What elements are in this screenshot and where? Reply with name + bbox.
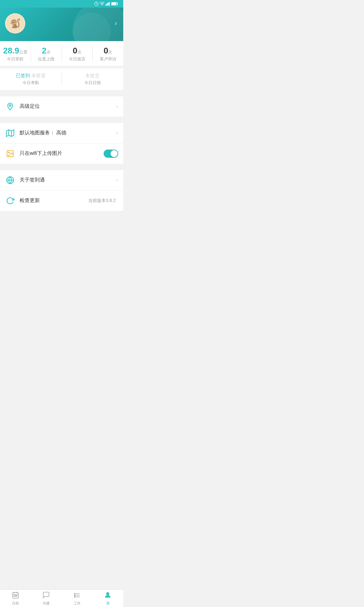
map-icon [5,128,15,138]
clock-icon [94,2,99,6]
svg-marker-10 [6,130,14,137]
header-banner[interactable]: 🐒 › [0,8,123,41]
menu-value-check-update: 当前版本3.8.2 [88,198,116,204]
menu-gap-2 [0,164,123,167]
status-right [93,2,119,6]
attendance-section: 已签到 未签退今日考勤未提交今日日报 [0,68,123,90]
avatar: 🐒 [5,13,25,34]
wifi-icon [100,2,104,6]
menu-text-about: 关于签到通 [20,177,116,183]
globe-icon [5,175,15,185]
stat-item-1: 2次位置上报 [31,46,62,62]
toggle-wifi-upload[interactable] [104,150,118,158]
battery-icon [111,2,118,6]
menu-item-about[interactable]: 关于签到通› [0,170,123,191]
svg-rect-8 [112,3,116,5]
svg-rect-2 [106,3,107,5]
stat-item-3: 0次客户拜访 [93,46,123,62]
menu-arrow-advanced-location: › [116,103,118,110]
stat-item-0: 28.9公里今日里程 [0,46,31,62]
menu-arrow-default-map: › [116,130,118,136]
header-arrow-icon: › [115,19,117,28]
user-info [30,22,118,24]
menu-section-map-wifi: 默认地图服务： 高德› 只在wifi下上传图片 [0,123,123,164]
menu-item-advanced-location[interactable]: 高级定位› [0,96,123,117]
menu-item-wifi-upload[interactable]: 只在wifi下上传图片 [0,144,123,164]
stat-item-2: 0次今日巡店 [62,46,93,62]
svg-rect-1 [106,4,106,5]
svg-rect-4 [108,3,109,6]
svg-point-9 [9,105,11,106]
location-icon [5,101,15,112]
menu-item-default-map[interactable]: 默认地图服务： 高德› [0,123,123,144]
status-bar [0,0,123,8]
image-icon [5,149,15,159]
svg-rect-7 [117,3,118,5]
svg-point-14 [9,152,9,153]
menu-gap-1 [0,117,123,120]
menu-item-check-update[interactable]: 检查更新当前版本3.8.2 [0,191,123,211]
menu-section-advanced-location: 高级定位› [0,96,123,117]
menu-text-default-map: 默认地图服务： 高德 [20,130,116,136]
attend-item-0: 已签到 未签退今日考勤 [0,73,62,86]
refresh-icon [5,196,15,206]
menu-text-wifi-upload: 只在wifi下上传图片 [20,150,104,157]
stats-section: 28.9公里今日里程2次位置上报0次今日巡店0次客户拜访 [0,41,123,66]
menu-section-about-update: 关于签到通› 检查更新当前版本3.8.2 [0,170,123,211]
attend-item-1: 未提交今日日报 [62,73,124,86]
signal-icon [106,2,110,6]
section-divider-1 [0,90,123,93]
menu-text-check-update: 检查更新 [20,197,88,204]
menu-arrow-about: › [116,177,118,183]
menu-text-advanced-location: 高级定位 [20,103,116,110]
svg-rect-3 [107,3,108,5]
svg-rect-5 [109,2,110,5]
